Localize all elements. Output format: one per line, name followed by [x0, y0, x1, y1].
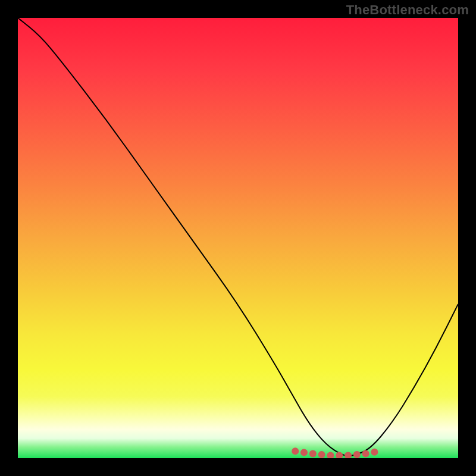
sweet-spot-dot [318, 451, 325, 458]
sweet-spot-dot [371, 449, 378, 456]
sweet-spot-dot [309, 450, 317, 458]
sweet-spot-dot [300, 449, 308, 456]
chart-frame: TheBottleneck.com [0, 0, 476, 476]
sweet-spot-dot [292, 447, 299, 455]
gradient-background [18, 18, 458, 458]
watermark-text: TheBottleneck.com [346, 2, 469, 18]
plot-area [18, 18, 458, 458]
chart-svg [18, 18, 458, 458]
sweet-spot-dot [362, 450, 369, 458]
sweet-spot-dot [353, 451, 361, 458]
